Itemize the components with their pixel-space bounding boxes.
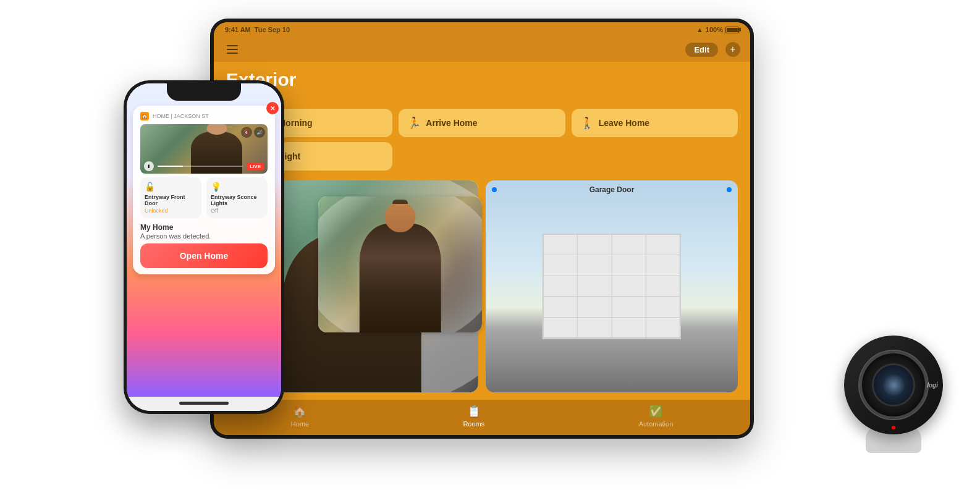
menu-line-1	[227, 45, 238, 46]
garage-door-panel-3	[544, 276, 680, 297]
camera-section: Garage Door	[226, 180, 738, 392]
garage-panel-s4	[646, 235, 680, 255]
bottom-nav-home-icon: 🏠	[293, 405, 306, 418]
garage-panel-s12	[646, 276, 680, 297]
notification-camera-view[interactable]: 🔇 🔊 ⏸ LIVE	[140, 124, 268, 174]
device-door-name: Entryway Front Door	[145, 194, 197, 206]
garage-panel-s5	[544, 255, 578, 276]
notif-person-head	[206, 124, 227, 135]
scenes-label: Scenes	[226, 95, 738, 104]
garage-panel-s15	[612, 297, 646, 317]
notification-devices: 🔓 Entryway Front Door Unlocked 💡 Entrywa…	[140, 177, 268, 218]
garage-panel-s19	[612, 318, 646, 338]
camera-lens-inner	[872, 363, 915, 407]
notif-progress-bar	[158, 166, 243, 167]
device-door-status: Unlocked	[145, 208, 197, 214]
bottom-nav-rooms-icon: 📋	[467, 405, 481, 418]
garage-panel-s6	[578, 255, 612, 276]
camera-body: logi	[844, 336, 943, 434]
garage-panel-s17	[544, 318, 578, 338]
garage-camera-dot-right	[727, 187, 732, 192]
device-card-lights[interactable]: 💡 Entryway Sconce Lights Off	[206, 177, 268, 218]
device-lights-status: Off	[211, 208, 263, 214]
scenes-row-2: 🌙 Good Night	[226, 142, 738, 171]
doorbell-person-cap	[392, 200, 408, 204]
menu-line-2	[227, 49, 238, 50]
status-right: ▲ 100%	[696, 26, 739, 33]
mute-button[interactable]: 🔇	[241, 127, 252, 138]
garage-camera-bg	[486, 180, 738, 392]
bottom-nav-automation[interactable]: ✅ Automation	[639, 405, 674, 428]
scene-button-leave-home[interactable]: 🚶 Leave Home	[572, 109, 738, 137]
tablet-device: 9:41 AM Tue Sep 10 ▲ 100%	[210, 19, 754, 439]
phone-screen: ✕ 🏠 HOME | JACKSON ST 🔇 🔊	[127, 83, 281, 411]
scene-button-arrive-home[interactable]: 🏃 Arrive Home	[399, 109, 565, 137]
menu-line-3	[227, 53, 238, 54]
camera-status-indicator	[892, 426, 895, 429]
status-time: 9:41 AM	[225, 26, 251, 33]
garage-panel-s1	[544, 235, 578, 255]
garage-camera-title: Garage Door	[589, 185, 635, 194]
bottom-nav-automation-label: Automation	[639, 420, 674, 428]
bottom-nav-home-label: Home	[291, 420, 309, 428]
notification-home-name: My Home	[140, 223, 268, 232]
status-date: Tue Sep 10	[255, 26, 290, 33]
garage-panel-s18	[578, 318, 612, 338]
scene-label-leave: Leave Home	[599, 118, 649, 128]
menu-icon[interactable]	[224, 41, 241, 58]
garage-panel-s9	[544, 276, 578, 297]
camera-lens-core	[883, 374, 905, 396]
scenes-grid: 🌅 Good Morning 🏃 Arrive Home 🚶 Leave Hom…	[226, 109, 738, 137]
phone-device: ✕ 🏠 HOME | JACKSON ST 🔇 🔊	[124, 80, 284, 414]
phone-home-indicator[interactable]	[179, 402, 229, 405]
notification-home-icon: 🏠	[140, 112, 149, 120]
live-badge: LIVE	[247, 163, 264, 170]
doorbell-video-person-head	[384, 202, 415, 232]
device-lights-name: Entryway Sconce Lights	[211, 194, 263, 206]
nav-buttons: Edit +	[685, 42, 740, 57]
garage-panel-s13	[544, 297, 578, 317]
notif-audio-buttons: 🔇 🔊	[241, 127, 265, 138]
bottom-nav-automation-icon: ✅	[649, 405, 662, 418]
notif-progress-fill	[158, 166, 183, 167]
garage-panel-s11	[612, 276, 646, 297]
bottom-nav-home[interactable]: 🏠 Home	[291, 405, 309, 428]
tablet-nav-bar: Edit +	[214, 37, 750, 62]
phone-wallpaper: ✕ 🏠 HOME | JACKSON ST 🔇 🔊	[127, 83, 281, 397]
garage-panel-s20	[646, 318, 680, 338]
doorbell-video-card	[318, 196, 482, 332]
wifi-icon: ▲	[696, 26, 703, 33]
garage-door-panel-2	[544, 255, 680, 276]
battery-icon	[725, 27, 739, 33]
notif-camera-controls: ⏸ LIVE	[144, 161, 264, 171]
pause-button[interactable]: ⏸	[144, 161, 154, 171]
garage-door-visual	[543, 234, 681, 340]
tablet-bottom-nav: 🏠 Home 📋 Rooms ✅ Automation	[214, 400, 750, 435]
battery-percent: 100%	[706, 26, 723, 33]
volume-button[interactable]: 🔊	[254, 127, 265, 138]
logi-camera: logi	[826, 317, 961, 453]
garage-camera-card[interactable]: Garage Door	[486, 180, 738, 392]
edit-button[interactable]: Edit	[685, 43, 718, 57]
bottom-nav-rooms-label: Rooms	[463, 420, 484, 428]
device-card-door[interactable]: 🔓 Entryway Front Door Unlocked	[140, 177, 201, 218]
garage-panel-s8	[646, 255, 680, 276]
plus-button[interactable]: +	[725, 42, 740, 57]
scene-icon-leave: 🚶	[580, 116, 594, 130]
garage-panel-s2	[578, 235, 612, 255]
notification-close-button[interactable]: ✕	[266, 102, 279, 114]
phone-notch	[167, 83, 241, 101]
notification-header: 🏠 HOME | JACKSON ST	[140, 112, 268, 120]
page-title: Exterior	[226, 69, 738, 90]
garage-door-panel-4	[544, 297, 680, 318]
notification-source: HOME | JACKSON ST	[153, 113, 209, 119]
garage-panel-s7	[612, 255, 646, 276]
tablet-screen: 9:41 AM Tue Sep 10 ▲ 100%	[214, 22, 750, 435]
bottom-nav-rooms[interactable]: 📋 Rooms	[463, 405, 484, 428]
open-home-button[interactable]: Open Home	[140, 243, 268, 268]
garage-camera-header: Garage Door	[492, 185, 732, 194]
doorbell-video-bg	[318, 196, 482, 332]
battery-fill	[727, 28, 738, 32]
scene-container: 9:41 AM Tue Sep 10 ▲ 100%	[0, 0, 980, 490]
notification-message: A person was detected.	[140, 232, 268, 240]
